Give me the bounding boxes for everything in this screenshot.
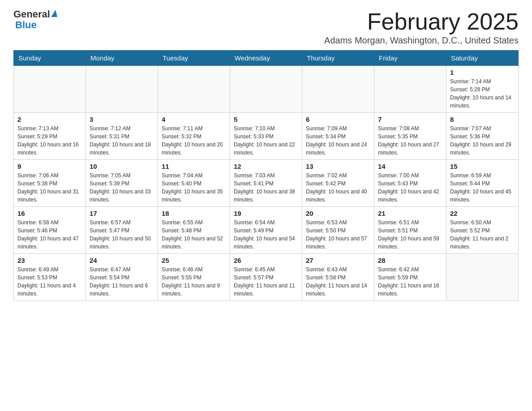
day-number: 15 xyxy=(450,163,515,170)
calendar-table: SundayMondayTuesdayWednesdayThursdayFrid… xyxy=(13,50,519,301)
calendar-cell: 25Sunrise: 6:46 AM Sunset: 5:55 PM Dayli… xyxy=(158,254,230,301)
calendar-cell: 28Sunrise: 6:42 AM Sunset: 5:59 PM Dayli… xyxy=(374,254,446,301)
day-number: 5 xyxy=(234,116,298,123)
day-info: Sunrise: 6:50 AM Sunset: 5:52 PM Dayligh… xyxy=(450,218,515,251)
calendar-cell: 7Sunrise: 7:08 AM Sunset: 5:35 PM Daylig… xyxy=(374,113,446,160)
day-number: 11 xyxy=(162,163,226,170)
day-info: Sunrise: 7:10 AM Sunset: 5:33 PM Dayligh… xyxy=(234,124,298,157)
calendar-cell xyxy=(230,66,302,113)
day-info: Sunrise: 7:13 AM Sunset: 5:29 PM Dayligh… xyxy=(17,124,82,157)
day-info: Sunrise: 6:49 AM Sunset: 5:53 PM Dayligh… xyxy=(17,265,82,298)
month-title: February 2025 xyxy=(324,9,519,34)
day-number: 7 xyxy=(378,116,442,123)
weekday-header-monday: Monday xyxy=(86,51,158,66)
logo-text-blue: Blue xyxy=(15,20,57,30)
day-info: Sunrise: 7:11 AM Sunset: 5:32 PM Dayligh… xyxy=(162,124,226,157)
day-info: Sunrise: 6:51 AM Sunset: 5:51 PM Dayligh… xyxy=(378,218,442,251)
calendar-cell: 3Sunrise: 7:12 AM Sunset: 5:31 PM Daylig… xyxy=(86,113,158,160)
day-info: Sunrise: 6:43 AM Sunset: 5:58 PM Dayligh… xyxy=(306,265,370,298)
day-info: Sunrise: 6:47 AM Sunset: 5:54 PM Dayligh… xyxy=(90,265,154,298)
calendar-cell: 1Sunrise: 7:14 AM Sunset: 5:28 PM Daylig… xyxy=(446,66,519,113)
day-number: 4 xyxy=(162,116,226,123)
day-info: Sunrise: 7:03 AM Sunset: 5:41 PM Dayligh… xyxy=(234,171,298,204)
calendar-week-3: 9Sunrise: 7:06 AM Sunset: 5:38 PM Daylig… xyxy=(14,160,519,207)
weekday-header-row: SundayMondayTuesdayWednesdayThursdayFrid… xyxy=(14,51,519,66)
calendar-week-1: 1Sunrise: 7:14 AM Sunset: 5:28 PM Daylig… xyxy=(14,66,519,113)
calendar-cell: 26Sunrise: 6:45 AM Sunset: 5:57 PM Dayli… xyxy=(230,254,302,301)
calendar-cell: 20Sunrise: 6:53 AM Sunset: 5:50 PM Dayli… xyxy=(302,207,374,254)
day-info: Sunrise: 6:54 AM Sunset: 5:49 PM Dayligh… xyxy=(234,218,298,251)
calendar-cell: 18Sunrise: 6:55 AM Sunset: 5:48 PM Dayli… xyxy=(158,207,230,254)
logo: General Blue xyxy=(13,9,57,30)
calendar-cell: 4Sunrise: 7:11 AM Sunset: 5:32 PM Daylig… xyxy=(158,113,230,160)
day-number: 13 xyxy=(306,163,370,170)
calendar-cell: 8Sunrise: 7:07 AM Sunset: 5:36 PM Daylig… xyxy=(446,113,519,160)
calendar-header: SundayMondayTuesdayWednesdayThursdayFrid… xyxy=(14,51,519,66)
weekday-header-thursday: Thursday xyxy=(302,51,374,66)
day-info: Sunrise: 6:46 AM Sunset: 5:55 PM Dayligh… xyxy=(162,265,226,298)
calendar-cell: 21Sunrise: 6:51 AM Sunset: 5:51 PM Dayli… xyxy=(374,207,446,254)
day-number: 12 xyxy=(234,163,298,170)
day-number: 6 xyxy=(306,116,370,123)
calendar-body: 1Sunrise: 7:14 AM Sunset: 5:28 PM Daylig… xyxy=(14,66,519,301)
calendar-cell: 22Sunrise: 6:50 AM Sunset: 5:52 PM Dayli… xyxy=(446,207,519,254)
calendar-week-5: 23Sunrise: 6:49 AM Sunset: 5:53 PM Dayli… xyxy=(14,254,519,301)
calendar-cell: 12Sunrise: 7:03 AM Sunset: 5:41 PM Dayli… xyxy=(230,160,302,207)
day-number: 24 xyxy=(90,257,154,264)
day-number: 28 xyxy=(378,257,442,264)
day-number: 14 xyxy=(378,163,442,170)
calendar-cell: 10Sunrise: 7:05 AM Sunset: 5:39 PM Dayli… xyxy=(86,160,158,207)
day-info: Sunrise: 7:05 AM Sunset: 5:39 PM Dayligh… xyxy=(90,171,154,204)
day-info: Sunrise: 7:07 AM Sunset: 5:36 PM Dayligh… xyxy=(450,124,515,157)
day-info: Sunrise: 7:12 AM Sunset: 5:31 PM Dayligh… xyxy=(90,124,154,157)
day-number: 3 xyxy=(90,116,154,123)
logo-text-general: General xyxy=(13,9,50,20)
calendar-cell: 16Sunrise: 6:58 AM Sunset: 5:46 PM Dayli… xyxy=(14,207,86,254)
day-info: Sunrise: 6:53 AM Sunset: 5:50 PM Dayligh… xyxy=(306,218,370,251)
day-info: Sunrise: 6:45 AM Sunset: 5:57 PM Dayligh… xyxy=(234,265,298,298)
weekday-header-sunday: Sunday xyxy=(14,51,86,66)
day-number: 27 xyxy=(306,257,370,264)
calendar-cell: 11Sunrise: 7:04 AM Sunset: 5:40 PM Dayli… xyxy=(158,160,230,207)
day-info: Sunrise: 6:59 AM Sunset: 5:44 PM Dayligh… xyxy=(450,171,515,204)
day-number: 26 xyxy=(234,257,298,264)
day-number: 21 xyxy=(378,210,442,217)
calendar-cell xyxy=(14,66,86,113)
weekday-header-friday: Friday xyxy=(374,51,446,66)
day-number: 23 xyxy=(17,257,82,264)
weekday-header-wednesday: Wednesday xyxy=(230,51,302,66)
calendar-cell: 23Sunrise: 6:49 AM Sunset: 5:53 PM Dayli… xyxy=(14,254,86,301)
day-info: Sunrise: 7:02 AM Sunset: 5:42 PM Dayligh… xyxy=(306,171,370,204)
calendar-week-2: 2Sunrise: 7:13 AM Sunset: 5:29 PM Daylig… xyxy=(14,113,519,160)
day-info: Sunrise: 7:08 AM Sunset: 5:35 PM Dayligh… xyxy=(378,124,442,157)
day-number: 17 xyxy=(90,210,154,217)
calendar-week-4: 16Sunrise: 6:58 AM Sunset: 5:46 PM Dayli… xyxy=(14,207,519,254)
day-number: 19 xyxy=(234,210,298,217)
day-number: 20 xyxy=(306,210,370,217)
calendar-cell: 24Sunrise: 6:47 AM Sunset: 5:54 PM Dayli… xyxy=(86,254,158,301)
day-number: 18 xyxy=(162,210,226,217)
calendar-cell: 5Sunrise: 7:10 AM Sunset: 5:33 PM Daylig… xyxy=(230,113,302,160)
day-number: 25 xyxy=(162,257,226,264)
weekday-header-tuesday: Tuesday xyxy=(158,51,230,66)
title-section: February 2025 Adams Morgan, Washington, … xyxy=(324,9,519,46)
day-info: Sunrise: 6:57 AM Sunset: 5:47 PM Dayligh… xyxy=(90,218,154,251)
calendar-cell: 27Sunrise: 6:43 AM Sunset: 5:58 PM Dayli… xyxy=(302,254,374,301)
calendar-cell xyxy=(446,254,519,301)
day-number: 9 xyxy=(17,163,82,170)
calendar-cell: 13Sunrise: 7:02 AM Sunset: 5:42 PM Dayli… xyxy=(302,160,374,207)
calendar-cell xyxy=(374,66,446,113)
calendar-cell xyxy=(158,66,230,113)
calendar-cell: 15Sunrise: 6:59 AM Sunset: 5:44 PM Dayli… xyxy=(446,160,519,207)
day-info: Sunrise: 7:09 AM Sunset: 5:34 PM Dayligh… xyxy=(306,124,370,157)
day-number: 10 xyxy=(90,163,154,170)
day-info: Sunrise: 6:58 AM Sunset: 5:46 PM Dayligh… xyxy=(17,218,82,251)
calendar-cell: 9Sunrise: 7:06 AM Sunset: 5:38 PM Daylig… xyxy=(14,160,86,207)
calendar-cell: 2Sunrise: 7:13 AM Sunset: 5:29 PM Daylig… xyxy=(14,113,86,160)
day-info: Sunrise: 7:06 AM Sunset: 5:38 PM Dayligh… xyxy=(17,171,82,204)
page-header: General Blue February 2025 Adams Morgan,… xyxy=(13,9,519,46)
day-number: 2 xyxy=(17,116,82,123)
day-number: 22 xyxy=(450,210,515,217)
day-info: Sunrise: 6:42 AM Sunset: 5:59 PM Dayligh… xyxy=(378,265,442,298)
day-info: Sunrise: 7:14 AM Sunset: 5:28 PM Dayligh… xyxy=(450,77,515,110)
